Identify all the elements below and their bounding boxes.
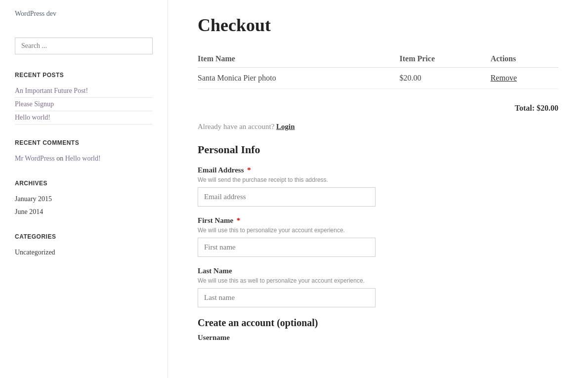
last-name-hint: We will use this as well to personalize …: [198, 277, 558, 284]
last-name-field-group: Last Name We will use this as well to pe…: [198, 267, 558, 307]
categories-section: CATEGORIES Uncategorized: [15, 233, 153, 259]
archive-item[interactable]: January 2015: [15, 193, 153, 206]
personal-info-title: Personal Info: [198, 143, 558, 156]
remove-button[interactable]: Remove: [491, 74, 517, 83]
table-row: Santa Monica Pier photo $20.00 Remove: [198, 68, 558, 89]
comment-author-link[interactable]: Mr WordPress: [15, 155, 55, 162]
col-actions: Actions: [491, 50, 558, 68]
search-input[interactable]: [15, 38, 153, 54]
recent-post-item[interactable]: An Important Future Post!: [15, 84, 153, 98]
archives-title: ARCHIVES: [15, 180, 153, 187]
recent-posts-section: RECENT POSTS An Important Future Post! P…: [15, 72, 153, 125]
recent-comment-item: Mr WordPress on Hello world!: [15, 152, 153, 165]
email-input[interactable]: [198, 187, 376, 207]
recent-post-item[interactable]: Please Signup: [15, 98, 153, 111]
first-name-input[interactable]: [198, 238, 376, 257]
recent-posts-title: RECENT POSTS: [15, 72, 153, 79]
site-title[interactable]: WordPress dev: [15, 10, 153, 18]
category-item[interactable]: Uncategorized: [15, 246, 153, 259]
archives-section: ARCHIVES January 2015 June 2014: [15, 180, 153, 218]
first-name-required-marker: *: [237, 216, 241, 224]
create-account-title: Create an account (optional): [198, 317, 558, 329]
recent-post-item[interactable]: Hello world!: [15, 111, 153, 125]
login-link[interactable]: Login: [276, 123, 295, 130]
comment-post-link[interactable]: Hello world!: [65, 155, 101, 162]
email-label: Email Address *: [198, 166, 558, 174]
item-action-cell: Remove: [491, 68, 558, 89]
account-prompt-text: Already have an account?: [198, 123, 274, 130]
last-name-label: Last Name: [198, 267, 558, 275]
username-label: Username: [198, 334, 558, 342]
item-name-cell: Santa Monica Pier photo: [198, 68, 400, 89]
last-name-input[interactable]: [198, 288, 376, 307]
col-item-price: Item Price: [400, 50, 491, 68]
total-row: Total: $20.00: [198, 99, 558, 123]
comment-on-text: on: [56, 155, 63, 162]
recent-comments-section: RECENT COMMENTS Mr WordPress on Hello wo…: [15, 139, 153, 165]
sidebar: WordPress dev RECENT POSTS An Important …: [0, 0, 168, 378]
item-price-cell: $20.00: [400, 68, 491, 89]
first-name-field-group: First Name * We will use this to persona…: [198, 216, 558, 257]
email-field-group: Email Address * We will send the purchas…: [198, 166, 558, 207]
first-name-label: First Name *: [198, 216, 558, 225]
page-title: Checkout: [198, 15, 558, 36]
checkout-table: Item Name Item Price Actions Santa Monic…: [198, 50, 558, 89]
categories-title: CATEGORIES: [15, 233, 153, 240]
email-hint: We will send the purchase receipt to thi…: [198, 176, 558, 183]
recent-comments-title: RECENT COMMENTS: [15, 139, 153, 146]
first-name-hint: We will use this to personalize your acc…: [198, 227, 558, 234]
archive-item[interactable]: June 2014: [15, 206, 153, 218]
account-prompt: Already have an account? Login: [198, 123, 558, 131]
email-required-marker: *: [247, 166, 251, 174]
main-content: Checkout Item Name Item Price Actions Sa…: [168, 0, 588, 378]
col-item-name: Item Name: [198, 50, 400, 68]
